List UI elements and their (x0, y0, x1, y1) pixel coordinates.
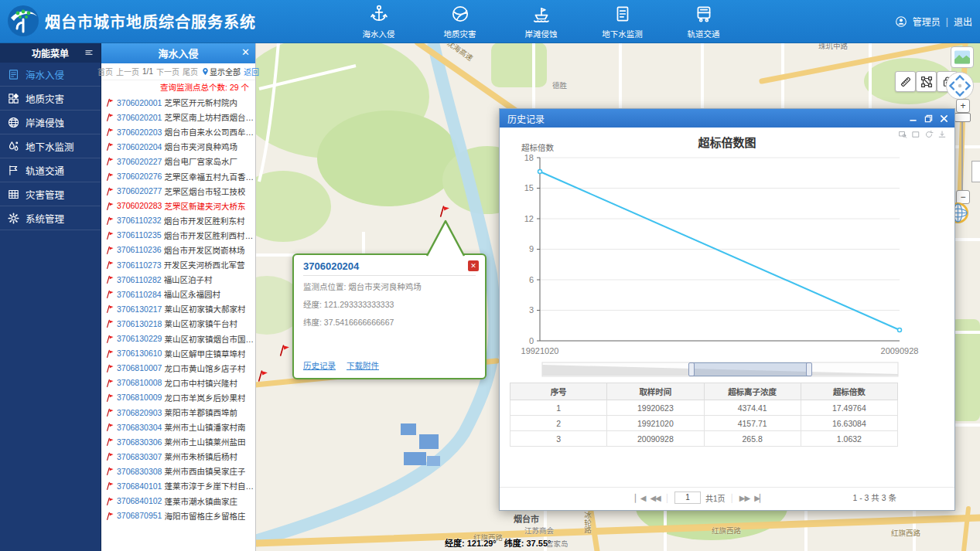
map-flag-marker[interactable] (438, 204, 451, 218)
sidebar-item[interactable]: 地下水监测 (0, 134, 101, 158)
point-name: 龙口市羊岚乡后妙果村 (164, 392, 245, 403)
list-item[interactable]: 3706110284福山区永福园村 (101, 287, 255, 301)
zoom-reset-icon[interactable] (911, 130, 920, 139)
ruler-tool-button[interactable] (895, 71, 916, 92)
list-item[interactable]: 3706110273开发区夹河桥西北军营 (101, 257, 255, 272)
list-item[interactable]: 3706020277芝罘区烟台市轻工技校 (101, 184, 255, 199)
flag-marker-icon (105, 304, 114, 314)
datazoom-left-handle[interactable] (688, 362, 695, 376)
list-item[interactable]: 3706840101蓬莱市淳于乡崖下村自来水公… (101, 478, 255, 493)
list-item[interactable]: 3706810009龙口市羊岚乡后妙果村 (101, 390, 255, 405)
pager-prev-button[interactable]: ◀◀ (650, 494, 660, 502)
list-item[interactable]: 3706830307莱州市朱桥镇后杨村 (101, 449, 255, 464)
sidebar-item[interactable]: 灾害管理 (0, 182, 101, 206)
list-item[interactable]: 3706020276芝罘区幸福五村九百香浴池 (101, 168, 255, 183)
next-page-link[interactable]: 下一页 (156, 66, 179, 77)
zoom-slider-handle[interactable] (954, 113, 971, 122)
point-name: 烟台市开发区胜利东村 (164, 215, 245, 226)
news-icon (7, 68, 20, 81)
header-nav-item[interactable]: 岸滩侵蚀 (500, 3, 582, 39)
username[interactable]: 管理员 (913, 15, 941, 28)
sidebar-item[interactable]: 地质灾害 (0, 87, 101, 111)
list-item[interactable]: 3706830308莱州市西由镇吴家庄子 (101, 464, 255, 478)
list-item[interactable]: 3706810008龙口市中村镇兴隆村 (101, 376, 255, 390)
list-item[interactable]: 3706130218莱山区初家镇午台村 (101, 316, 255, 331)
list-item[interactable]: 3706110232烟台市开发区胜利东村 (101, 213, 255, 228)
datazoom-selected-region[interactable] (691, 362, 809, 376)
point-name: 芝罘区开元新村院内 (164, 97, 237, 108)
save-image-icon[interactable] (937, 130, 947, 139)
list-item[interactable]: 3706020001芝罘区开元新村院内 (101, 95, 255, 110)
point-id: 3706130217 (117, 304, 162, 314)
point-name: 龙口市中村镇兴隆村 (164, 377, 237, 389)
list-item[interactable]: 3706820903莱阳市羊郡镇西埠前 (101, 405, 255, 420)
map-flag-marker[interactable] (256, 369, 269, 383)
list-item[interactable]: 3706830304莱州市土山镇潘家村南 (101, 420, 255, 434)
sidebar-item[interactable]: 岸滩侵蚀 (0, 111, 101, 134)
page-number-input[interactable]: 1 (674, 491, 701, 504)
minimize-icon[interactable] (909, 114, 917, 123)
back-link[interactable]: 返回 (244, 66, 259, 77)
list-item[interactable]: 3706020201芝罘区南上坊村西烟台电厂水… (101, 110, 255, 124)
restore-icon[interactable] (924, 114, 933, 123)
point-name: 莱山区初家镇午台村 (164, 318, 237, 329)
point-name: 莱山区解甲庄镇草埠村 (164, 348, 245, 359)
point-name: 福山区永福园村 (164, 288, 221, 300)
list-item[interactable]: 3706110282福山区泊子村 (101, 272, 255, 287)
sidebar-menu: 海水入侵地质灾害岸滩侵蚀地下水监测轨道交通灾害管理系统管理 (0, 63, 101, 230)
list-item[interactable]: 3706840102蓬莱市潮水镇曲家庄 (101, 494, 255, 508)
table-cell: 19920623 (607, 400, 704, 416)
list-item[interactable]: 3706130217莱山区初家镇大郝家村 (101, 301, 255, 316)
list-item[interactable]: 3706020283芝罘区新建夹河大桥东 (101, 199, 255, 213)
list-item[interactable]: 3706130610莱山区解甲庄镇草埠村 (101, 346, 255, 361)
sidebar-item[interactable]: 海水入侵 (0, 63, 101, 87)
prev-page-link[interactable]: 上一页 (116, 66, 139, 77)
show-all-button[interactable]: 显示全部 (201, 66, 241, 77)
list-item[interactable]: 3706020204烟台市夹河良种鸡场 (101, 139, 255, 154)
sidebar: 功能菜单 海水入侵地质灾害岸滩侵蚀地下水监测轨道交通灾害管理系统管理 (0, 43, 101, 551)
overview-map-toggle[interactable] (971, 161, 980, 182)
point-name: 烟台市开发区胜利西村一队 (164, 230, 255, 241)
list-item[interactable]: 3706130229莱山区初家镇烟台市国土局西北 (101, 332, 255, 346)
hamburger-icon[interactable] (84, 47, 94, 58)
sidebar-item-label: 灾害管理 (26, 187, 64, 202)
point-name: 龙口市黄山馆乡店子村 (164, 362, 245, 374)
datazoom-right-handle[interactable] (806, 362, 812, 376)
download-attachment-link[interactable]: 下载附件 (347, 359, 379, 371)
point-name: 福山区泊子村 (164, 274, 213, 285)
header-nav-item[interactable]: 地下水监测 (582, 3, 663, 39)
list-item[interactable]: 3706830306莱州市土山镇莱州盐田 (101, 434, 255, 449)
sidebar-item[interactable]: 系统管理 (0, 206, 101, 230)
list-item[interactable]: 3706020203烟台市自来水公司西牟五水厂 (101, 124, 255, 139)
last-page-link[interactable]: 尾页 (183, 66, 198, 77)
history-record-link[interactable]: 历史记录 (303, 359, 336, 371)
flag-marker-icon (105, 141, 114, 151)
svg-text:3: 3 (529, 305, 534, 315)
first-page-link[interactable]: 首页 (97, 66, 113, 77)
logout-link[interactable]: 退出 (954, 15, 972, 28)
close-icon[interactable]: ✕ (241, 46, 250, 58)
zoom-slider-track[interactable] (961, 111, 963, 193)
list-item[interactable]: 3706110235烟台市开发区胜利西村一队 (101, 228, 255, 243)
area-zoom-icon[interactable] (898, 130, 907, 139)
pager-last-button[interactable]: ▶▏ (754, 494, 764, 502)
close-icon[interactable]: ✕ (468, 260, 479, 271)
zoom-in-button[interactable]: + (956, 99, 970, 113)
header-nav-item[interactable]: 地质灾害 (419, 3, 500, 39)
map-flag-marker[interactable] (278, 343, 291, 357)
pager-first-button[interactable]: ▏◀ (635, 494, 645, 502)
pan-compass[interactable] (945, 71, 975, 100)
list-item[interactable]: 3706870951海阳市留格庄乡留格庄 (101, 508, 255, 523)
close-icon[interactable] (940, 114, 948, 123)
list-item[interactable]: 3706020227烟台电厂宫家岛水厂 (101, 154, 255, 168)
basemap-layers-button[interactable] (951, 46, 974, 68)
modal-header[interactable]: 历史记录 (500, 109, 954, 128)
header-nav-item[interactable]: 轨道交通 (663, 3, 744, 39)
polygon-select-tool-button[interactable] (916, 71, 937, 92)
list-item[interactable]: 3706810007龙口市黄山馆乡店子村 (101, 361, 255, 376)
pager-next-button[interactable]: ▶▶ (739, 494, 750, 502)
refresh-icon[interactable] (924, 130, 934, 139)
header-nav-item[interactable]: 海水入侵 (338, 3, 419, 39)
list-item[interactable]: 3706110236烟台市开发区岗嵛林场 (101, 243, 255, 257)
sidebar-item[interactable]: 轨道交通 (0, 158, 101, 182)
